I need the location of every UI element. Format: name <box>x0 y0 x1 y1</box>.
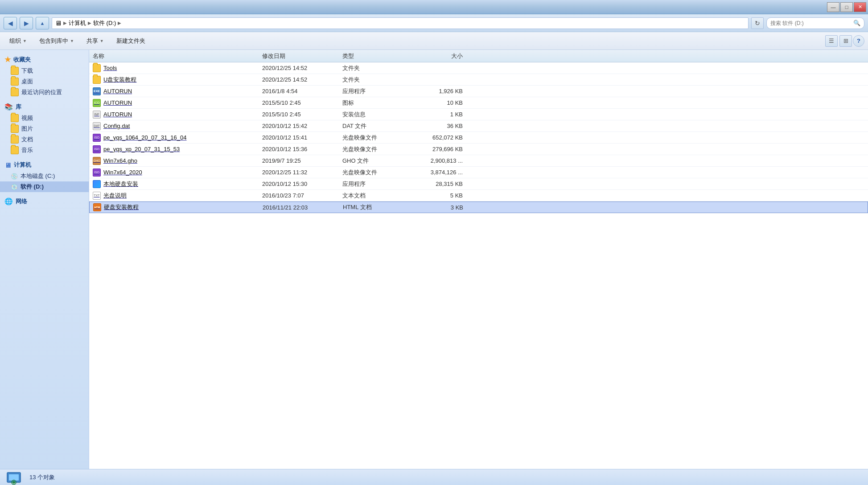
file-modified: 2016/11/21 22:03 <box>263 204 343 211</box>
table-row[interactable]: Tools 2020/12/25 14:52 文件夹 <box>89 62 868 74</box>
table-row[interactable]: U盘安装教程 2020/12/25 14:52 文件夹 <box>89 74 868 86</box>
file-name: 本地硬盘安装 <box>103 180 138 188</box>
close-button[interactable]: ✕ <box>854 2 866 12</box>
sidebar-section-favorites: ★ 收藏夹 下载 桌面 最近访问的位置 <box>0 53 89 98</box>
disk-icon: 💿 <box>11 173 18 180</box>
sidebar-item-video[interactable]: 视频 <box>0 113 89 123</box>
table-row[interactable]: ISO Win7x64_2020 2020/12/25 11:32 光盘映像文件… <box>89 167 868 178</box>
file-type-label: GHO 文件 <box>342 157 414 165</box>
breadcrumb-sep3: ▶ <box>118 21 121 25</box>
file-modified: 2020/10/12 15:36 <box>262 146 342 152</box>
new-folder-button[interactable]: 新建文件夹 <box>111 34 151 48</box>
folder-icon <box>11 88 19 96</box>
sidebar-item-recent[interactable]: 最近访问的位置 <box>0 87 89 98</box>
breadcrumb-drive[interactable]: 软件 (D:) <box>93 19 116 27</box>
organize-button[interactable]: 组织 ▼ <box>4 34 33 48</box>
share-button[interactable]: 共享 ▼ <box>81 34 110 48</box>
col-header-type[interactable]: 类型 <box>342 52 414 60</box>
file-modified: 2020/10/12 15:41 <box>262 134 342 141</box>
breadcrumb-computer[interactable]: 计算机 <box>69 19 86 27</box>
file-type-icon <box>93 64 101 72</box>
file-type-label: 文件夹 <box>342 76 414 84</box>
file-type-label: 文本文档 <box>342 192 414 200</box>
sidebar-header-library[interactable]: 📚 库 <box>0 101 89 113</box>
sidebar-item-desktop[interactable]: 桌面 <box>0 76 89 87</box>
table-row[interactable]: ISO pe_yqs_1064_20_07_31_16_04 2020/10/1… <box>89 132 868 144</box>
sidebar-item-picture[interactable]: 图片 <box>0 123 89 134</box>
table-row[interactable]: DAT Config.dat 2020/10/12 15:42 DAT 文件 3… <box>89 120 868 132</box>
folder-icon <box>11 136 19 144</box>
folder-icon <box>11 146 19 154</box>
table-row[interactable]: EXE AUTORUN 2016/1/8 4:54 应用程序 1,926 KB <box>89 86 868 97</box>
file-type-label: 光盘映像文件 <box>342 145 414 153</box>
sidebar-header-favorites[interactable]: ★ 收藏夹 <box>0 53 89 66</box>
file-type-label: 光盘映像文件 <box>342 134 414 142</box>
sidebar-item-music[interactable]: 音乐 <box>0 145 89 156</box>
file-type-icon: ISO <box>93 134 101 142</box>
file-name: AUTORUN <box>103 88 132 95</box>
view-options-button[interactable]: ☰ <box>825 35 838 47</box>
file-name: U盘安装教程 <box>103 76 136 84</box>
file-name: Config.dat <box>103 123 130 129</box>
table-row[interactable]: 本地硬盘安装 2020/10/12 15:30 应用程序 28,315 KB <box>89 178 868 190</box>
view-toggle-button[interactable]: ⊞ <box>839 35 852 47</box>
file-type-icon: ICO <box>93 99 101 107</box>
col-header-name[interactable]: 名称 <box>93 52 262 60</box>
sidebar-section-library: 📚 库 视频 图片 文档 音乐 <box>0 101 89 156</box>
breadcrumb-sep2: ▶ <box>88 21 91 25</box>
main-layout: ★ 收藏夹 下载 桌面 最近访问的位置 📚 库 <box>0 50 868 469</box>
file-size: 10 KB <box>414 99 472 106</box>
table-row[interactable]: INF AUTORUN 2015/5/10 2:45 安装信息 1 KB <box>89 109 868 120</box>
sidebar-header-network[interactable]: 🌐 网络 <box>0 196 89 207</box>
add-to-library-arrow: ▼ <box>70 39 74 43</box>
file-modified: 2015/5/10 2:45 <box>262 99 342 106</box>
breadcrumb[interactable]: 🖥 ▶ 计算机 ▶ 软件 (D:) ▶ <box>52 17 749 29</box>
svg-point-2 <box>12 481 15 484</box>
sidebar-item-download[interactable]: 下载 <box>0 66 89 76</box>
maximize-button[interactable]: □ <box>840 2 853 12</box>
back-button[interactable]: ◀ <box>4 17 17 29</box>
folder-icon <box>11 67 19 75</box>
file-list-header: 名称 修改日期 类型 大小 <box>89 50 868 62</box>
col-header-size[interactable]: 大小 <box>414 52 472 60</box>
file-type-icon: TXT <box>93 192 101 200</box>
toolbar: 组织 ▼ 包含到库中 ▼ 共享 ▼ 新建文件夹 ☰ ⊞ ? <box>0 32 868 50</box>
sidebar-item-document[interactable]: 文档 <box>0 134 89 145</box>
forward-button[interactable]: ▶ <box>20 17 33 29</box>
breadcrumb-sep1: ▶ <box>63 21 67 25</box>
minimize-button[interactable]: — <box>827 2 839 12</box>
sidebar-item-disk-d[interactable]: 💿 软件 (D:) <box>0 181 89 192</box>
table-row[interactable]: ISO pe_yqs_xp_20_07_31_15_53 2020/10/12 … <box>89 144 868 155</box>
file-name: Win7x64_2020 <box>103 169 142 176</box>
search-input[interactable] <box>770 20 852 26</box>
file-type-label: 应用程序 <box>342 180 414 188</box>
file-type-icon: EXE <box>93 87 101 95</box>
file-area: 名称 修改日期 类型 大小 Tools 2020/12/25 14:52 文件夹… <box>89 50 868 469</box>
file-size: 3,874,126 ... <box>414 169 472 176</box>
table-row[interactable]: ICO AUTORUN 2015/5/10 2:45 图标 10 KB <box>89 97 868 109</box>
sidebar-header-computer[interactable]: 🖥 计算机 <box>0 159 89 171</box>
add-to-library-button[interactable]: 包含到库中 ▼ <box>33 34 80 48</box>
search-bar[interactable]: 🔍 <box>766 17 864 29</box>
refresh-button[interactable]: ↻ <box>751 17 764 29</box>
file-modified: 2020/12/25 14:52 <box>262 76 342 83</box>
file-modified: 2020/12/25 11:32 <box>262 169 342 176</box>
disk-icon: 💿 <box>11 184 18 190</box>
table-row[interactable]: TXT 光盘说明 2016/10/23 7:07 文本文档 5 KB <box>89 190 868 201</box>
help-button[interactable]: ? <box>853 35 864 47</box>
file-name: 硬盘安装教程 <box>104 203 139 211</box>
folder-icon <box>11 114 19 122</box>
table-row[interactable]: HTM 硬盘安装教程 2016/11/21 22:03 HTML 文档 3 KB <box>89 201 868 213</box>
col-header-modified[interactable]: 修改日期 <box>262 52 342 60</box>
file-type-icon: INF <box>93 111 101 119</box>
file-type-icon: ISO <box>93 145 101 153</box>
empty-area <box>89 213 868 469</box>
table-row[interactable]: GHO Win7x64.gho 2019/9/7 19:25 GHO 文件 2,… <box>89 155 868 167</box>
file-size: 3 KB <box>414 204 472 211</box>
library-icon: 📚 <box>4 103 13 111</box>
file-type-icon: DAT <box>93 122 101 130</box>
up-button[interactable]: ▲ <box>36 17 49 29</box>
file-type-label: 应用程序 <box>342 87 414 95</box>
sidebar-item-disk-c[interactable]: 💿 本地磁盘 (C:) <box>0 171 89 181</box>
file-list-body: Tools 2020/12/25 14:52 文件夹 U盘安装教程 2020/1… <box>89 62 868 213</box>
